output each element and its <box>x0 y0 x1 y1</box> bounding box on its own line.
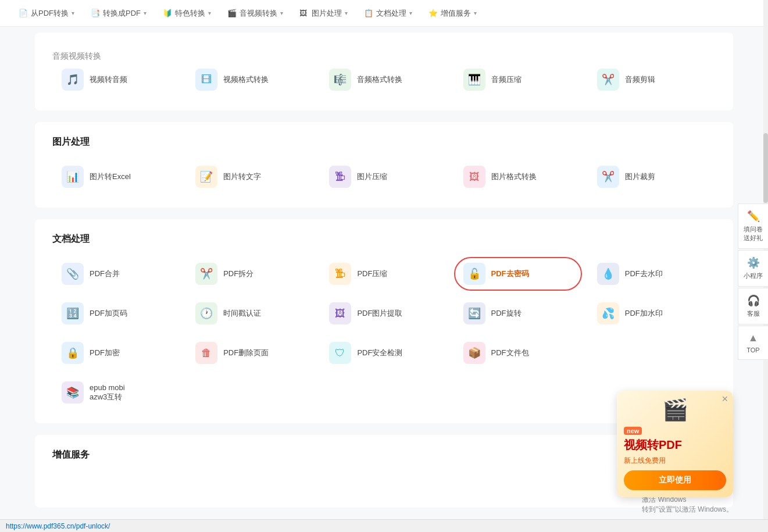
audio-video-section: 音频视频转换 🎵 视频转音频 🎞 视频格式转换 🎼 音频格式转换 🎹 音频压缩 … <box>35 33 733 110</box>
status-bar: https://www.pdf365.cn/pdf-unlock/ <box>0 519 768 532</box>
pdf-page-num-icon: 🔢 <box>62 302 84 324</box>
to-pdf-icon: 📑 <box>91 9 100 18</box>
tool-pdf-compress[interactable]: 🗜 PDF压缩 <box>320 257 448 291</box>
tool-video-to-audio[interactable]: 🎵 视频转音频 <box>52 63 180 97</box>
tool-pdf-watermark-remove[interactable]: 💧 PDF去水印 <box>588 257 716 291</box>
right-sidebar: ✏️ 填问卷 送好礼 ⚙️ 小程序 🎧 客服 ▲ TOP <box>738 203 768 360</box>
tool-pdf-watermark-add[interactable]: 💦 PDF加水印 <box>588 297 716 330</box>
promo-subtitle: 新上线免费用 <box>624 456 726 466</box>
promo-use-btn[interactable]: 立即使用 <box>624 470 726 490</box>
tool-pdf-rotate[interactable]: 🔄 PDF旋转 <box>454 297 582 330</box>
promo-title: 视频转PDF <box>624 437 726 452</box>
value-added-icon: ⭐ <box>428 9 438 18</box>
status-url: https://www.pdf365.cn/pdf-unlock/ <box>6 522 110 530</box>
video-to-audio-icon: 🎵 <box>62 69 84 91</box>
special-convert-icon: 🔰 <box>163 9 172 18</box>
nav-document[interactable]: 📋 文档处理 ▾ <box>357 5 419 22</box>
audio-video-grid: 🎵 视频转音频 🎞 视频格式转换 🎼 音频格式转换 🎹 音频压缩 ✂️ 音频剪辑 <box>52 63 716 97</box>
miniprogram-icon: ⚙️ <box>747 256 760 269</box>
nav-to-pdf[interactable]: 📑 转换成PDF ▾ <box>84 5 153 22</box>
img-crop-icon: ✂️ <box>597 166 619 188</box>
tool-audio-edit[interactable]: ✂️ 音频剪辑 <box>588 63 716 97</box>
tool-pdf-merge[interactable]: 📎 PDF合并 <box>52 257 180 291</box>
tool-epub-mobi[interactable]: 📚 epub mobi azw3互转 <box>52 376 180 409</box>
tool-pdf-page-num[interactable]: 🔢 PDF加页码 <box>52 297 180 330</box>
nav-image[interactable]: 🖼 图片处理 ▾ <box>292 5 355 22</box>
tool-audio-compress[interactable]: 🎹 音频压缩 <box>454 63 582 97</box>
pdf-split-icon: ✂️ <box>195 263 217 285</box>
pdf-compress-icon: 🗜 <box>329 263 351 285</box>
image-grid: 📊 图片转Excel 📝 图片转文字 🗜 图片压缩 🖼 图片格式转换 ✂️ 图片… <box>52 160 716 194</box>
img-format-icon: 🖼 <box>463 166 485 188</box>
sidebar-service-btn[interactable]: 🎧 客服 <box>738 288 768 324</box>
pdf-delete-page-icon: 🗑 <box>195 342 217 364</box>
sidebar-top-btn[interactable]: ▲ TOP <box>738 326 768 360</box>
img-compress-icon: 🗜 <box>329 166 351 188</box>
image-icon: 🖼 <box>299 9 309 18</box>
sidebar-survey-btn[interactable]: ✏️ 填问卷 送好礼 <box>738 203 768 249</box>
promo-banner: ✕ 🎬 new 视频转PDF 新上线免费用 立即使用 <box>617 391 733 497</box>
top-arrow-icon: ▲ <box>748 332 759 344</box>
pdf-encrypt-icon: 🔒 <box>62 342 84 364</box>
audio-format-icon: 🎼 <box>329 69 351 91</box>
value-added-title: 增值服务 <box>52 449 716 461</box>
img-to-excel-icon: 📊 <box>62 166 84 188</box>
tool-pdf-security-check[interactable]: 🛡 PDF安全检测 <box>320 336 448 370</box>
tool-img-to-excel[interactable]: 📊 图片转Excel <box>52 160 180 194</box>
document-section-title: 文档处理 <box>52 233 716 245</box>
from-pdf-icon: 📄 <box>19 9 28 18</box>
tool-pdf-encrypt[interactable]: 🔒 PDF加密 <box>52 336 180 370</box>
audio-video-header-label: 音频视频转换 <box>52 47 716 63</box>
pdf-unlock-icon: 🔓 <box>463 263 485 285</box>
video-format-icon: 🎞 <box>195 69 217 91</box>
image-section-title: 图片处理 <box>52 136 716 148</box>
tool-pdf-img-extract[interactable]: 🖼 PDF图片提取 <box>320 297 448 330</box>
img-to-text-icon: 📝 <box>195 166 217 188</box>
survey-icon: ✏️ <box>747 210 760 223</box>
pdf-file-pack-icon: 📦 <box>463 342 485 364</box>
document-icon: 📋 <box>364 9 373 18</box>
sidebar-miniprogram-btn[interactable]: ⚙️ 小程序 <box>738 250 768 287</box>
tool-audio-format[interactable]: 🎼 音频格式转换 <box>320 63 448 97</box>
tool-pdf-delete-page[interactable]: 🗑 PDF删除页面 <box>186 336 314 370</box>
pdf-img-extract-icon: 🖼 <box>329 302 351 324</box>
tool-pdf-unlock[interactable]: 🔓 PDF去密码 <box>454 257 582 291</box>
tool-pdf-split[interactable]: ✂️ PDF拆分 <box>186 257 314 291</box>
image-section: 图片处理 📊 图片转Excel 📝 图片转文字 🗜 图片压缩 🖼 图片格式转换 … <box>35 122 733 208</box>
tool-placeholder <box>588 336 716 370</box>
nav-special-convert[interactable]: 🔰 特色转换 ▾ <box>156 5 218 22</box>
scrollbar-thumb[interactable] <box>763 133 768 203</box>
tool-img-crop[interactable]: ✂️ 图片裁剪 <box>588 160 716 194</box>
promo-close-btn[interactable]: ✕ <box>721 394 728 404</box>
pdf-merge-icon: 📎 <box>62 263 84 285</box>
nav-from-pdf[interactable]: 📄 从PDF转换 ▾ <box>12 5 81 22</box>
tool-pdf-file-pack[interactable]: 📦 PDF文件包 <box>454 336 582 370</box>
service-icon: 🎧 <box>747 294 760 307</box>
tool-time-stamp[interactable]: 🕐 时间戳认证 <box>186 297 314 330</box>
pdf-watermark-remove-icon: 💧 <box>597 263 619 285</box>
audio-compress-icon: 🎹 <box>463 69 485 91</box>
nav-audio-video[interactable]: 🎬 音视频转换 ▾ <box>220 5 290 22</box>
top-nav: 📄 从PDF转换 ▾ 📑 转换成PDF ▾ 🔰 特色转换 ▾ 🎬 音视频转换 ▾… <box>0 0 768 27</box>
tool-img-to-text[interactable]: 📝 图片转文字 <box>186 160 314 194</box>
tool-img-compress[interactable]: 🗜 图片压缩 <box>320 160 448 194</box>
pdf-security-check-icon: 🛡 <box>329 342 351 364</box>
tool-img-format[interactable]: 🖼 图片格式转换 <box>454 160 582 194</box>
audio-video-icon: 🎬 <box>227 9 237 18</box>
tool-video-format[interactable]: 🎞 视频格式转换 <box>186 63 314 97</box>
time-stamp-icon: 🕐 <box>195 302 217 324</box>
pdf-rotate-icon: 🔄 <box>463 302 485 324</box>
promo-image-icon: 🎬 <box>624 398 726 422</box>
audio-edit-icon: ✂️ <box>597 69 619 91</box>
pdf-watermark-add-icon: 💦 <box>597 302 619 324</box>
epub-mobi-icon: 📚 <box>62 381 84 404</box>
nav-value-added[interactable]: ⭐ 增值服务 ▾ <box>421 5 484 22</box>
document-grid: 📎 PDF合并 ✂️ PDF拆分 🗜 PDF压缩 🔓 PDF去密码 💧 PDF去… <box>52 257 716 409</box>
promo-new-badge: new <box>624 427 642 435</box>
windows-activation: 激活 Windows 转到"设置"以激活 Windows。 <box>642 495 733 515</box>
